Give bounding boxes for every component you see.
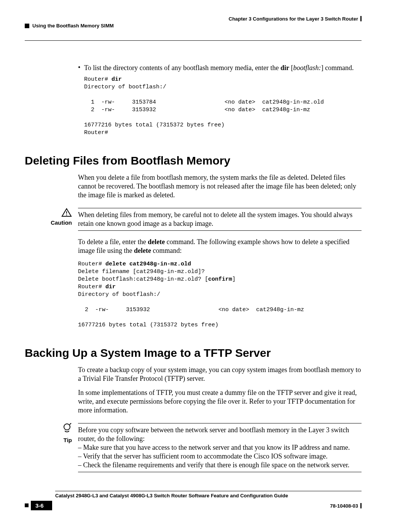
c1l7: 16777216 bytes total (7315372 bytes free…: [84, 122, 225, 128]
doc-number: 78-10408-03: [330, 503, 362, 509]
heading-deleting: Deleting Files from Bootflash Memory: [25, 154, 362, 167]
c1l1a: Router#: [84, 76, 112, 83]
deleting-para2: To delete a file, enter the delete comma…: [78, 238, 362, 255]
caution-block: Caution When deleting files from memory,…: [25, 208, 362, 231]
c2l1a: Router#: [78, 261, 105, 267]
tip-block: Tip Before you copy software between the…: [25, 423, 362, 472]
header-bar-icon: [360, 16, 362, 21]
c2l5: Directory of bootflash:/: [78, 291, 160, 298]
p2b: delete: [148, 238, 165, 246]
header-rule: [25, 40, 362, 41]
svg-point-1: [66, 214, 67, 216]
intro-bullet-text: To list the directory contents of any bo…: [84, 64, 354, 72]
footer-rule: [55, 491, 362, 491]
c2l2: Delete filename [cat2948g-in-mz.old]?: [78, 268, 205, 275]
c2l3b: confirm: [208, 276, 232, 283]
code-block-delete: Router# delete cat2948g-in-mz.old Delete…: [78, 260, 362, 329]
page-footer: Catalyst 2948G-L3 and Catalyst 4908G-L3 …: [25, 491, 362, 509]
tip-icon: [25, 423, 72, 436]
page-number-wrap: 3-6: [25, 502, 52, 509]
intro-post: command.: [323, 64, 354, 72]
svg-line-3: [70, 423, 71, 425]
c2l9: 16777216 bytes total (7315372 bytes free…: [78, 322, 218, 328]
intro-pre: To list the directory contents of any bo…: [84, 64, 280, 72]
tip-item-2: – Verify that the server has sufficient …: [78, 452, 362, 461]
caution-label: Caution: [25, 219, 72, 226]
p2d: delete: [134, 247, 151, 254]
intro-cmd: dir: [280, 64, 289, 72]
tip-label: Tip: [25, 437, 72, 443]
bullet-icon: •: [78, 64, 84, 72]
heading-backup: Backing Up a System Image to a TFTP Serv…: [25, 347, 362, 359]
header-chapter: Chapter 3 Configurations for the Layer 3…: [229, 16, 362, 22]
backup-para1: To create a backup copy of your system i…: [78, 366, 362, 383]
c2l3c: ]: [232, 276, 236, 283]
doc-number-text: 78-10408-03: [330, 503, 358, 509]
header-square-icon: [25, 24, 29, 28]
intro-brk-open: [: [289, 64, 293, 72]
c2l4a: Router#: [78, 284, 105, 290]
p2e: command:: [151, 247, 182, 254]
page-number: 3-6: [31, 501, 52, 510]
intro-bullet: • To list the directory contents of any …: [78, 64, 362, 72]
tip-rule-bottom: [78, 472, 362, 472]
p2a: To delete a file, enter the: [78, 238, 148, 246]
header-chapter-text: Chapter 3 Configurations for the Layer 3…: [229, 16, 358, 22]
deleting-para1: When you delete a file from bootflash me…: [78, 173, 362, 200]
c1l5: 2 -rw- 3153932 <no date> cat2948g-in-mz: [84, 107, 310, 113]
code-block-dir: Router# dir Directory of bootflash:/ 1 -…: [84, 76, 362, 137]
tip-item-1: – Make sure that you have access to the …: [78, 443, 362, 452]
intro-arg: bootflash:: [293, 64, 321, 72]
page-header: Chapter 3 Configurations for the Layer 3…: [25, 16, 362, 27]
backup-para2: In some implementations of TFTP, you mus…: [78, 388, 362, 415]
tip-intro: Before you copy software between the net…: [78, 426, 362, 443]
footer-title: Catalyst 2948G-L3 and Catalyst 4908G-L3 …: [55, 493, 362, 498]
caution-icon: [25, 208, 72, 219]
c1l1b: dir: [112, 76, 122, 83]
header-section-text: Using the Bootflash Memory SIMM: [32, 23, 114, 29]
caution-rule-top: [78, 208, 362, 208]
caution-rule-bottom: [78, 230, 362, 231]
footer-bar-icon: [360, 503, 362, 508]
header-section: Using the Bootflash Memory SIMM: [25, 23, 114, 29]
c1l8: Router#: [84, 129, 108, 136]
c2l4b: dir: [105, 284, 116, 290]
caution-text: When deleting files from memory, be care…: [78, 211, 362, 228]
tip-item-3: – Check the filename requirements and ve…: [78, 461, 362, 470]
c2l3a: Delete bootflash:cat2948g-in-mz.old? [: [78, 276, 208, 283]
footer-square-icon: [25, 503, 29, 507]
svg-point-2: [64, 424, 70, 430]
c2l1b: delete cat2948g-in-mz.old: [105, 261, 191, 267]
c2l7: 2 -rw- 3153932 <no date> cat2948g-in-mz: [78, 307, 304, 313]
tip-rule-top: [78, 423, 362, 423]
c1l2: Directory of bootflash:/: [84, 84, 166, 90]
c1l4: 1 -rw- 3153784 <no date> cat2948g-in-mz.…: [84, 99, 324, 105]
